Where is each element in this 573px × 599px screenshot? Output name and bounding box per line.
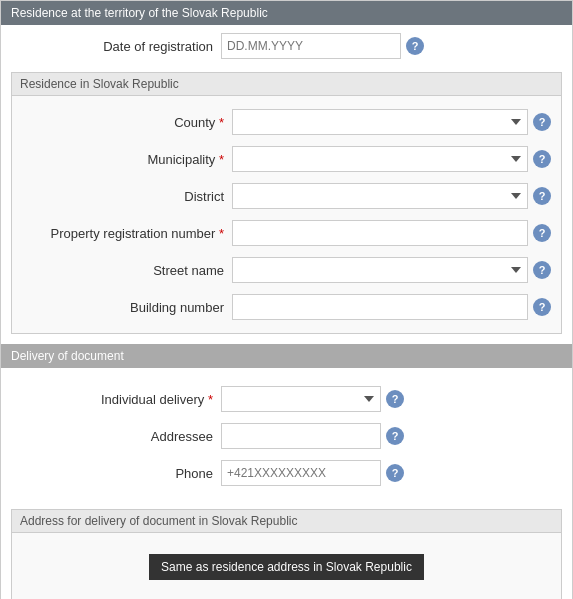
- same-as-btn-row: Same as residence address in Slovak Repu…: [12, 538, 561, 592]
- individual-delivery-row: Individual delivery ?: [1, 383, 572, 415]
- addressee-input[interactable]: [221, 423, 381, 449]
- property-reg-input[interactable]: [232, 220, 528, 246]
- county-row: County ?: [12, 106, 561, 138]
- property-reg-row: Property registration number ?: [12, 217, 561, 249]
- district-label: District: [22, 189, 232, 204]
- individual-delivery-select[interactable]: [221, 386, 381, 412]
- building-number-help-icon[interactable]: ?: [533, 298, 551, 316]
- property-reg-label: Property registration number: [22, 226, 232, 241]
- municipality-label: Municipality: [22, 152, 232, 167]
- addressee-label: Addressee: [11, 429, 221, 444]
- delivery-section-title: Delivery of document: [11, 349, 124, 363]
- delivery-section-header: Delivery of document: [1, 344, 572, 368]
- county-label: County: [22, 115, 232, 130]
- property-reg-help-icon[interactable]: ?: [533, 224, 551, 242]
- date-registration-help-icon[interactable]: ?: [406, 37, 424, 55]
- same-as-residence-button[interactable]: Same as residence address in Slovak Repu…: [149, 554, 424, 580]
- district-select[interactable]: [232, 183, 528, 209]
- addressee-help-icon[interactable]: ?: [386, 427, 404, 445]
- delivery-address-subsection: Address for delivery of document in Slov…: [11, 509, 562, 599]
- street-name-select[interactable]: [232, 257, 528, 283]
- building-number-input[interactable]: [232, 294, 528, 320]
- individual-delivery-help-icon[interactable]: ?: [386, 390, 404, 408]
- street-name-help-icon[interactable]: ?: [533, 261, 551, 279]
- residence-subsection-body: County ? Municipality ? Di: [12, 96, 561, 333]
- county-help-icon[interactable]: ?: [533, 113, 551, 131]
- phone-label: Phone: [11, 466, 221, 481]
- street-name-label: Street name: [22, 263, 232, 278]
- date-registration-label: Date of registration: [11, 39, 221, 54]
- phone-row: Phone ?: [1, 457, 572, 489]
- date-registration-row: Date of registration ?: [1, 25, 572, 67]
- street-name-row: Street name ?: [12, 254, 561, 286]
- municipality-row: Municipality ?: [12, 143, 561, 175]
- building-number-label: Building number: [22, 300, 232, 315]
- municipality-help-icon[interactable]: ?: [533, 150, 551, 168]
- main-section-title: Residence at the territory of the Slovak…: [11, 6, 268, 20]
- municipality-select[interactable]: [232, 146, 528, 172]
- individual-delivery-label: Individual delivery: [11, 392, 221, 407]
- main-section-header: Residence at the territory of the Slovak…: [1, 1, 572, 25]
- county-select[interactable]: [232, 109, 528, 135]
- residence-subsection-header: Residence in Slovak Republic: [12, 73, 561, 96]
- phone-help-icon[interactable]: ?: [386, 464, 404, 482]
- phone-input[interactable]: [221, 460, 381, 486]
- residence-subsection: Residence in Slovak Republic County ? Mu…: [11, 72, 562, 334]
- addressee-row: Addressee ?: [1, 420, 572, 452]
- delivery-section-body: Individual delivery ? Addressee ? Phone …: [1, 368, 572, 504]
- delivery-address-subsection-body: Same as residence address in Slovak Repu…: [12, 533, 561, 599]
- building-number-row: Building number ?: [12, 291, 561, 323]
- date-registration-input[interactable]: [221, 33, 401, 59]
- delivery-address-subsection-header: Address for delivery of document in Slov…: [12, 510, 561, 533]
- district-help-icon[interactable]: ?: [533, 187, 551, 205]
- district-row: District ?: [12, 180, 561, 212]
